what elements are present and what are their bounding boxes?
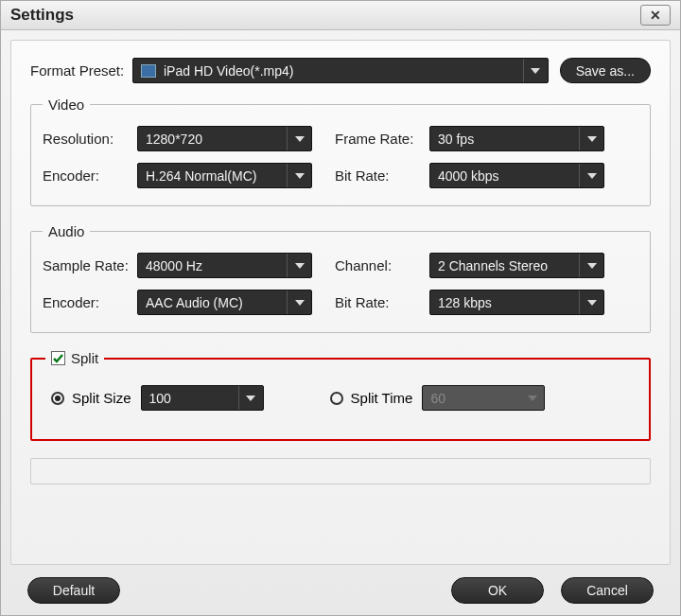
samplerate-dropdown[interactable]: 48000 Hz (137, 253, 312, 278)
channel-label: Channel: (335, 257, 429, 273)
audio-group: Audio Sample Rate: 48000 Hz Channel: 2 C… (30, 223, 651, 333)
split-legend-text: Split (71, 350, 98, 366)
chevron-down-icon (238, 386, 263, 410)
chevron-down-icon (519, 386, 544, 410)
footer: Default OK Cancel (1, 577, 680, 604)
split-checkbox[interactable] (51, 351, 65, 365)
split-legend: Split (45, 350, 104, 366)
split-group: Split Split Size 100 Split Time 60 (30, 350, 651, 441)
settings-window: Settings ✕ Format Preset: iPad HD Video(… (0, 0, 681, 616)
split-time-label: Split Time (351, 390, 413, 406)
video-legend: Video (43, 97, 90, 113)
video-encoder-value: H.264 Normal(MC) (146, 168, 256, 184)
resolution-value: 1280*720 (146, 132, 202, 147)
chevron-down-icon (287, 127, 311, 150)
split-size-label: Split Size (72, 390, 131, 406)
split-time-option[interactable]: Split Time (330, 390, 413, 406)
format-row: Format Preset: iPad HD Video(*.mp4) Save… (30, 58, 651, 83)
video-encoder-dropdown[interactable]: H.264 Normal(MC) (137, 163, 312, 188)
chevron-down-icon (287, 290, 311, 314)
device-icon (141, 64, 156, 78)
check-icon (52, 352, 64, 364)
audio-encoder-label: Encoder: (43, 294, 137, 310)
window-title: Settings (10, 6, 74, 25)
chevron-down-icon (523, 59, 548, 82)
split-size-value: 100 (149, 391, 171, 406)
audio-bitrate-value: 128 kbps (438, 295, 492, 310)
chevron-down-icon (287, 254, 311, 277)
channel-dropdown[interactable]: 2 Channels Stereo (429, 253, 604, 278)
title-bar: Settings ✕ (1, 1, 680, 30)
framerate-dropdown[interactable]: 30 fps (429, 126, 604, 151)
split-time-value: 60 (430, 391, 445, 406)
close-button[interactable]: ✕ (640, 5, 671, 26)
content-panel: Format Preset: iPad HD Video(*.mp4) Save… (10, 40, 671, 565)
video-encoder-label: Encoder: (43, 167, 137, 184)
close-icon: ✕ (650, 8, 661, 23)
split-size-option[interactable]: Split Size (51, 390, 131, 406)
audio-legend: Audio (43, 223, 90, 239)
audio-encoder-dropdown[interactable]: AAC Audio (MC) (137, 290, 312, 315)
split-size-radio[interactable] (51, 392, 64, 405)
channel-value: 2 Channels Stereo (438, 258, 548, 273)
samplerate-label: Sample Rate: (43, 257, 137, 273)
split-time-dropdown[interactable]: 60 (422, 385, 545, 411)
save-as-button[interactable]: Save as... (560, 58, 651, 83)
ok-button[interactable]: OK (451, 577, 544, 604)
chevron-down-icon (579, 254, 603, 277)
audio-bitrate-dropdown[interactable]: 128 kbps (429, 290, 604, 315)
framerate-label: Frame Rate: (335, 131, 429, 147)
split-time-radio[interactable] (330, 392, 343, 405)
video-bitrate-value: 4000 kbps (438, 168, 499, 184)
empty-group (30, 458, 651, 484)
format-label: Format Preset: (30, 62, 132, 79)
cancel-button[interactable]: Cancel (561, 577, 654, 604)
default-button[interactable]: Default (27, 577, 120, 604)
resolution-label: Resolution: (43, 131, 137, 147)
chevron-down-icon (579, 290, 603, 314)
video-group: Video Resolution: 1280*720 Frame Rate: 3… (30, 97, 651, 206)
framerate-value: 30 fps (438, 132, 474, 147)
audio-bitrate-label: Bit Rate: (335, 294, 429, 310)
format-preset-dropdown[interactable]: iPad HD Video(*.mp4) (132, 58, 549, 83)
format-preset-value: iPad HD Video(*.mp4) (164, 63, 293, 79)
split-size-dropdown[interactable]: 100 (141, 385, 264, 411)
chevron-down-icon (579, 127, 603, 150)
chevron-down-icon (287, 164, 311, 187)
chevron-down-icon (579, 164, 603, 187)
resolution-dropdown[interactable]: 1280*720 (137, 126, 312, 151)
audio-encoder-value: AAC Audio (MC) (146, 295, 243, 310)
samplerate-value: 48000 Hz (146, 258, 202, 273)
video-bitrate-dropdown[interactable]: 4000 kbps (429, 163, 604, 188)
video-bitrate-label: Bit Rate: (335, 167, 429, 184)
